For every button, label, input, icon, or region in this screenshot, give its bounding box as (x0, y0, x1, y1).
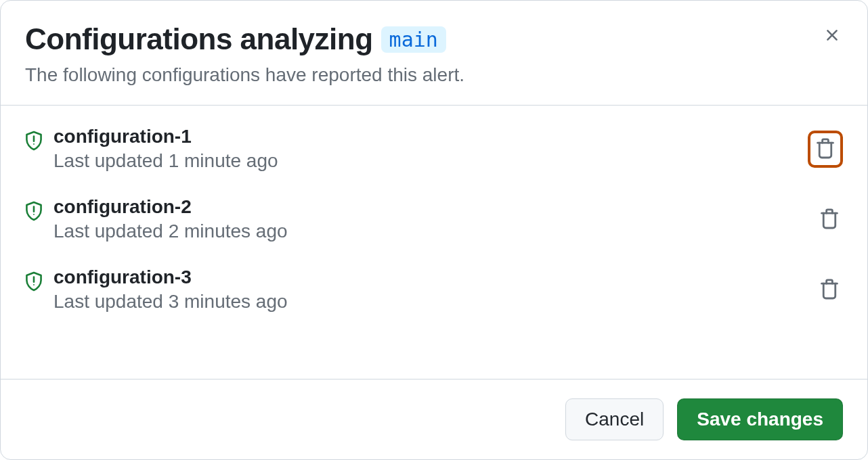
configuration-item: configuration-3 Last updated 3 minutes a… (1, 254, 867, 325)
shield-alert-icon (25, 131, 43, 148)
cancel-button[interactable]: Cancel (565, 398, 664, 440)
shield-alert-icon (25, 201, 43, 218)
svg-point-1 (33, 143, 35, 145)
configuration-updated: Last updated 3 minutes ago (53, 291, 805, 313)
close-button[interactable] (821, 25, 843, 47)
configuration-item: configuration-2 Last updated 2 minutes a… (1, 184, 867, 254)
configuration-info: configuration-1 Last updated 1 minute ag… (53, 126, 797, 172)
trash-icon (820, 208, 839, 231)
svg-point-3 (33, 214, 35, 215)
dialog-subtitle: The following configurations have report… (25, 64, 843, 86)
configuration-name: configuration-1 (53, 126, 797, 147)
trash-icon (820, 278, 839, 302)
configuration-name: configuration-2 (53, 196, 805, 218)
configuration-info: configuration-2 Last updated 2 minutes a… (53, 196, 805, 242)
delete-configuration-button[interactable] (816, 274, 843, 306)
close-icon (823, 26, 842, 47)
configuration-item: configuration-1 Last updated 1 minute ag… (1, 114, 867, 184)
configuration-list: configuration-1 Last updated 1 minute ag… (1, 106, 867, 379)
svg-point-5 (33, 284, 35, 285)
branch-badge: main (381, 26, 446, 53)
dialog-footer: Cancel Save changes (1, 379, 867, 459)
configuration-updated: Last updated 1 minute ago (53, 150, 797, 172)
dialog-title: Configurations analyzing (25, 22, 373, 56)
save-changes-button[interactable]: Save changes (677, 398, 843, 440)
configuration-name: configuration-3 (53, 267, 805, 288)
configurations-dialog: Configurations analyzing main The follow… (0, 0, 868, 460)
delete-configuration-button[interactable] (808, 131, 843, 168)
delete-configuration-button[interactable] (816, 204, 843, 235)
title-row: Configurations analyzing main (25, 22, 843, 56)
configuration-updated: Last updated 2 minutes ago (53, 221, 805, 242)
shield-alert-icon (25, 271, 43, 289)
trash-icon (816, 137, 835, 161)
configuration-info: configuration-3 Last updated 3 minutes a… (53, 267, 805, 313)
dialog-header: Configurations analyzing main The follow… (1, 1, 867, 106)
